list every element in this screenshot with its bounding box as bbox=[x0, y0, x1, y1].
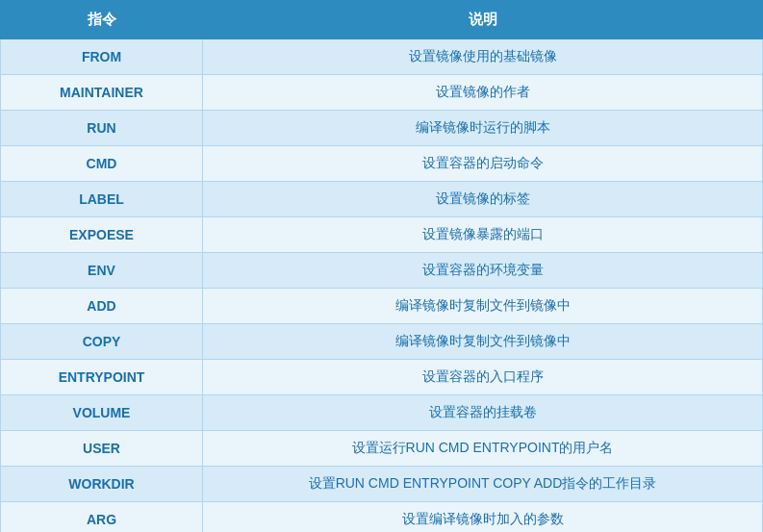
description-cell: 设置RUN CMD ENTRYPOINT COPY ADD指令的工作目录 bbox=[203, 467, 763, 502]
header-command: 指令 bbox=[1, 1, 203, 39]
description-cell: 设置镜像使用的基础镜像 bbox=[203, 39, 763, 75]
command-cell: WORKDIR bbox=[1, 467, 203, 502]
table-row: WORKDIR设置RUN CMD ENTRYPOINT COPY ADD指令的工… bbox=[1, 467, 763, 502]
table-row: ENTRYPOINT设置容器的入口程序 bbox=[1, 360, 763, 395]
command-cell: FROM bbox=[1, 39, 203, 75]
description-cell: 编译镜像时运行的脚本 bbox=[203, 111, 763, 146]
table-row: ENV设置容器的环境变量 bbox=[1, 253, 763, 289]
command-cell: ARG bbox=[1, 502, 203, 533]
table-row: CMD设置容器的启动命令 bbox=[1, 146, 763, 182]
command-cell: LABEL bbox=[1, 182, 203, 217]
description-cell: 设置编译镜像时加入的参数 bbox=[203, 502, 763, 533]
table-row: EXPOESE设置镜像暴露的端口 bbox=[1, 217, 763, 253]
description-cell: 设置容器的入口程序 bbox=[203, 360, 763, 395]
description-cell: 设置容器的启动命令 bbox=[203, 146, 763, 182]
description-cell: 设置镜像的标签 bbox=[203, 182, 763, 217]
description-cell: 设置运行RUN CMD ENTRYPOINT的用户名 bbox=[203, 431, 763, 467]
description-cell: 设置容器的环境变量 bbox=[203, 253, 763, 289]
command-cell: ADD bbox=[1, 289, 203, 324]
description-cell: 设置镜像的作者 bbox=[203, 75, 763, 111]
description-cell: 设置镜像暴露的端口 bbox=[203, 217, 763, 253]
command-cell: RUN bbox=[1, 111, 203, 146]
command-cell: ENV bbox=[1, 253, 203, 289]
description-cell: 设置容器的挂载卷 bbox=[203, 395, 763, 431]
description-cell: 编译镜像时复制文件到镜像中 bbox=[203, 289, 763, 324]
command-cell: ENTRYPOINT bbox=[1, 360, 203, 395]
command-cell: USER bbox=[1, 431, 203, 467]
table-row: MAINTAINER设置镜像的作者 bbox=[1, 75, 763, 111]
table-row: USER设置运行RUN CMD ENTRYPOINT的用户名 bbox=[1, 431, 763, 467]
command-cell: CMD bbox=[1, 146, 203, 182]
table-row: RUN编译镜像时运行的脚本 bbox=[1, 111, 763, 146]
table-row: VOLUME设置容器的挂载卷 bbox=[1, 395, 763, 431]
table-row: LABEL设置镜像的标签 bbox=[1, 182, 763, 217]
table-row: COPY编译镜像时复制文件到镜像中 bbox=[1, 324, 763, 360]
table-row: ADD编译镜像时复制文件到镜像中 bbox=[1, 289, 763, 324]
main-table-container: 指令 说明 FROM设置镜像使用的基础镜像MAINTAINER设置镜像的作者RU… bbox=[0, 0, 763, 532]
description-cell: 编译镜像时复制文件到镜像中 bbox=[203, 324, 763, 360]
table-header-row: 指令 说明 bbox=[1, 1, 763, 39]
command-cell: EXPOESE bbox=[1, 217, 203, 253]
command-cell: COPY bbox=[1, 324, 203, 360]
command-cell: VOLUME bbox=[1, 395, 203, 431]
command-cell: MAINTAINER bbox=[1, 75, 203, 111]
command-table: 指令 说明 FROM设置镜像使用的基础镜像MAINTAINER设置镜像的作者RU… bbox=[0, 0, 763, 532]
table-row: ARG设置编译镜像时加入的参数 bbox=[1, 502, 763, 533]
header-description: 说明 bbox=[203, 1, 763, 39]
table-row: FROM设置镜像使用的基础镜像 bbox=[1, 39, 763, 75]
